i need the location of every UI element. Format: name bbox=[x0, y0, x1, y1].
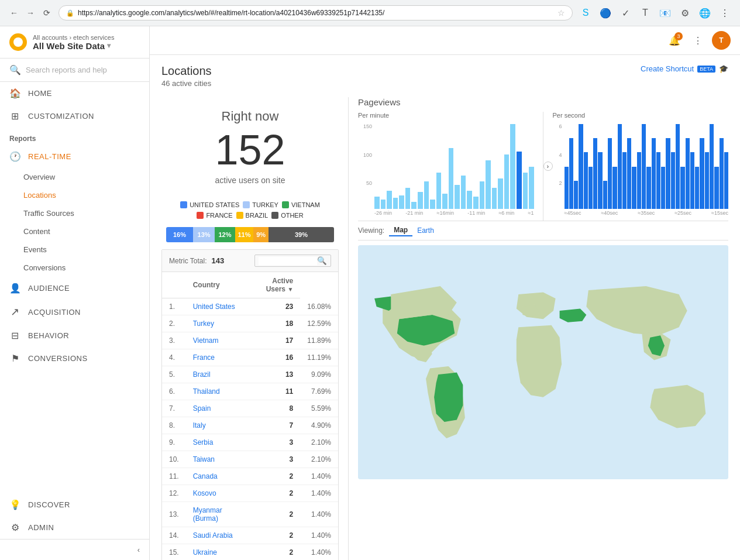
row-pct-7: 4.90% bbox=[300, 417, 338, 434]
sidebar-sub-overview[interactable]: Overview bbox=[0, 168, 149, 186]
y-axis-per-second: 6 4 2 bbox=[553, 121, 565, 221]
sidebar-item-customization[interactable]: ⊞ CUSTOMIZATION bbox=[0, 105, 149, 128]
country-link-6[interactable]: Spain bbox=[193, 404, 211, 413]
per-second-bar-0 bbox=[565, 167, 569, 209]
user-avatar[interactable]: T bbox=[712, 31, 731, 50]
per-second-bar-30 bbox=[710, 124, 714, 209]
country-link-14[interactable]: Ukraine bbox=[193, 548, 217, 556]
create-shortcut-button[interactable]: Create Shortcut BETA 🎓 bbox=[641, 64, 728, 73]
canada-path bbox=[391, 286, 457, 319]
y-label-2: 2 bbox=[553, 180, 562, 186]
country-link-8[interactable]: Serbia bbox=[193, 438, 214, 446]
per-minute-bar-0 bbox=[374, 197, 380, 209]
sidebar-sub-locations[interactable]: Locations bbox=[0, 186, 149, 204]
collapse-sidebar-button[interactable]: ‹ bbox=[0, 539, 149, 560]
account-name[interactable]: All Web Site Data ▾ bbox=[33, 41, 114, 51]
table-search-box[interactable]: 🔍 bbox=[254, 255, 331, 267]
per-minute-bar-17 bbox=[480, 181, 485, 209]
country-link-1[interactable]: Turkey bbox=[193, 319, 214, 328]
sidebar-item-audience[interactable]: 👤 AUDIENCE bbox=[0, 277, 149, 300]
sidebar-item-admin[interactable]: ⚙ ADMIN bbox=[0, 516, 149, 539]
per-second-bar-27 bbox=[695, 167, 699, 209]
sidebar-sub-conversions[interactable]: Conversions bbox=[0, 259, 149, 277]
legend-dot-tr bbox=[243, 201, 250, 208]
extension-icon-1[interactable]: 🔵 bbox=[597, 5, 614, 21]
table-search-input[interactable] bbox=[259, 257, 317, 265]
chart-expand-button[interactable]: › bbox=[543, 162, 553, 171]
country-link-7[interactable]: Italy bbox=[193, 421, 206, 430]
country-link-10[interactable]: Canada bbox=[193, 472, 218, 480]
country-link-0[interactable]: United States bbox=[193, 303, 235, 311]
extension-icon-5[interactable]: 🌐 bbox=[697, 5, 713, 21]
row-country-1: Turkey bbox=[186, 315, 247, 332]
metric-total-label: Metric Total: bbox=[169, 257, 206, 265]
legend-dot-other bbox=[271, 212, 278, 219]
col-active-users[interactable]: Active Users ▼ bbox=[246, 272, 300, 298]
africa-path bbox=[517, 325, 562, 397]
home-icon: 🏠 bbox=[9, 88, 21, 99]
star-icon[interactable]: ☆ bbox=[557, 8, 565, 18]
map-view-button[interactable]: Map bbox=[389, 225, 412, 236]
customization-label: CUSTOMIZATION bbox=[28, 112, 94, 121]
translate-icon[interactable]: T bbox=[637, 5, 653, 21]
sidebar-item-discover[interactable]: 💡 DISCOVER bbox=[0, 493, 149, 516]
sidebar-item-acquisition[interactable]: ↗ ACQUISITION bbox=[0, 300, 149, 324]
country-link-9[interactable]: Taiwan bbox=[193, 455, 215, 463]
legend-label-us: UNITED STATES bbox=[190, 201, 239, 208]
legend-dot-br bbox=[236, 212, 243, 219]
back-button[interactable]: ← bbox=[7, 6, 21, 20]
row-country-5: Thailand bbox=[186, 383, 247, 400]
forward-button[interactable]: → bbox=[23, 6, 37, 20]
reload-button[interactable]: ⟳ bbox=[40, 6, 54, 20]
country-link-4[interactable]: Brazil bbox=[193, 370, 211, 379]
country-link-11[interactable]: Kosovo bbox=[193, 489, 216, 497]
per-minute-bar-22 bbox=[510, 124, 515, 209]
world-map bbox=[358, 245, 728, 479]
per-second-bar-13 bbox=[627, 138, 631, 209]
country-link-5[interactable]: Thailand bbox=[193, 387, 220, 396]
country-link-2[interactable]: Vietnam bbox=[193, 336, 219, 345]
extension-icon-4[interactable]: ⚙ bbox=[677, 5, 693, 21]
country-link-3[interactable]: France bbox=[193, 353, 215, 362]
y-label-100: 100 bbox=[358, 152, 372, 158]
table-body: 1. United States 23 16.08% 2. Turkey 18 … bbox=[162, 298, 338, 561]
table-search-button[interactable]: 🔍 bbox=[317, 256, 327, 265]
sidebar-header: All accounts › etech services All Web Si… bbox=[0, 26, 149, 59]
menu-button[interactable]: ⋮ bbox=[717, 5, 733, 21]
country-link-13[interactable]: Saudi Arabia bbox=[193, 531, 233, 540]
per-second-bar-19 bbox=[656, 152, 660, 209]
sidebar-item-behavior[interactable]: ⊟ BEHAVIOR bbox=[0, 324, 149, 347]
sidebar-item-home[interactable]: 🏠 HOME bbox=[0, 82, 149, 105]
row-active-1: 18 bbox=[246, 315, 300, 332]
row-country-14: Ukraine bbox=[186, 544, 247, 561]
sidebar-search[interactable]: 🔍 Search reports and help bbox=[0, 59, 149, 82]
row-country-10: Canada bbox=[186, 468, 247, 485]
per-second-bar-17 bbox=[646, 167, 650, 209]
table-header-row: Metric Total: 143 🔍 bbox=[162, 250, 338, 272]
legend-fr: FRANCE bbox=[197, 212, 232, 219]
row-pct-4: 9.09% bbox=[300, 366, 338, 383]
row-num-7: 8. bbox=[162, 417, 186, 434]
collapse-icon: ‹ bbox=[137, 545, 140, 554]
sidebar-sub-traffic-sources[interactable]: Traffic Sources bbox=[0, 204, 149, 222]
per-second-bar-25 bbox=[686, 138, 690, 209]
more-options-button[interactable]: ⋮ bbox=[689, 31, 707, 50]
skype-icon[interactable]: S bbox=[577, 5, 594, 21]
row-active-3: 16 bbox=[246, 349, 300, 366]
extension-icon-2[interactable]: ✓ bbox=[617, 5, 634, 21]
country-link-12[interactable]: Myanmar (Burma) bbox=[193, 506, 222, 523]
notification-bell[interactable]: 🔔 3 bbox=[665, 31, 684, 50]
extension-icon-3[interactable]: 📧 bbox=[657, 5, 673, 21]
row-active-5: 11 bbox=[246, 383, 300, 400]
sidebar-item-conversions[interactable]: ⚑ CONVERSIONS bbox=[0, 347, 149, 370]
per-second-bar-2 bbox=[574, 181, 578, 209]
progress-bars: 16% 13% 12% 11% 9% bbox=[166, 227, 334, 242]
address-bar[interactable]: 🔒 https://analytics.google.com/analytics… bbox=[58, 5, 573, 20]
sidebar-sub-content[interactable]: Content bbox=[0, 222, 149, 241]
y-label-4: 4 bbox=[553, 152, 562, 158]
earth-view-button[interactable]: Earth bbox=[412, 225, 439, 236]
sidebar-sub-events[interactable]: Events bbox=[0, 241, 149, 259]
sidebar-item-realtime[interactable]: 🕐 REAL-TIME bbox=[0, 145, 149, 168]
row-pct-1: 12.59% bbox=[300, 315, 338, 332]
per-second-bar-20 bbox=[661, 167, 665, 209]
